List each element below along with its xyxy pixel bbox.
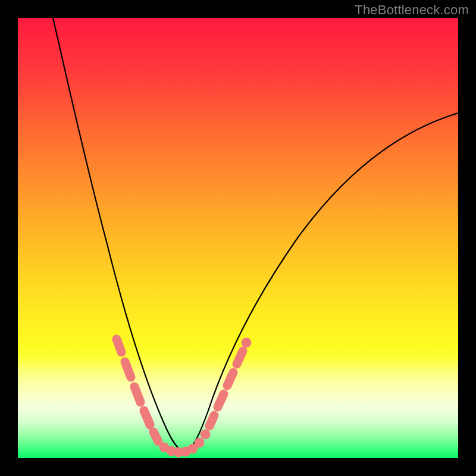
- bead-seg: [134, 387, 140, 402]
- watermark-text: TheBottleneck.com: [355, 2, 469, 18]
- bead-seg: [125, 362, 131, 377]
- bead-seg: [154, 432, 158, 441]
- bead-seg: [117, 339, 121, 352]
- bead-seg: [218, 394, 224, 407]
- bead-seg: [209, 415, 214, 426]
- plot-area: [18, 18, 458, 458]
- bead-seg: [227, 372, 233, 386]
- bead-dot: [201, 430, 211, 440]
- bead-dot: [195, 438, 205, 448]
- chart-stage: TheBottleneck.com: [0, 0, 476, 476]
- curve-svg: [18, 18, 458, 458]
- bead-dot: [242, 338, 252, 348]
- bottleneck-curve: [53, 18, 458, 451]
- bead-seg: [237, 351, 243, 364]
- bead-seg: [144, 411, 150, 425]
- bead-overlay: [117, 338, 252, 458]
